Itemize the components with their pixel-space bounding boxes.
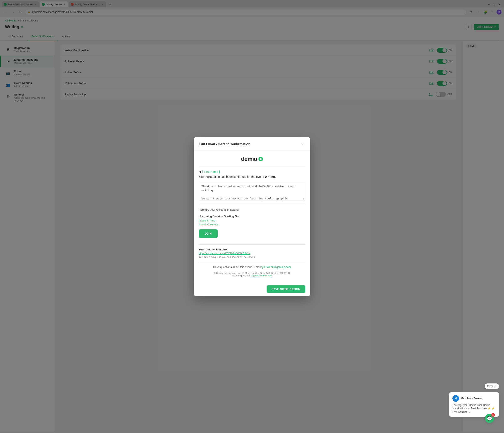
chat-clear-button[interactable]: Clear ✕ bbox=[485, 383, 499, 389]
chat-badge: 1 bbox=[491, 413, 495, 417]
chat-sender: Matt from Demio bbox=[461, 397, 482, 400]
session-title: Upcoming Session Starting On: bbox=[199, 215, 305, 218]
email-questions: Have questions about this event? Email t… bbox=[199, 265, 305, 268]
email-logo-section: demio bbox=[199, 156, 305, 162]
email-confirm-text: Your registration has been confirmed for… bbox=[199, 175, 305, 178]
chat-avatar: M bbox=[452, 395, 459, 402]
join-url[interactable]: https://my.demio.com/ref/CDRskn0rC7c7nMY… bbox=[199, 252, 305, 255]
email-body-textarea[interactable]: Thank you for signing up to attend GetVo… bbox=[199, 182, 305, 201]
email-footer: © Banzai International, Inc. | 101 Yesle… bbox=[199, 272, 305, 277]
registration-details-text: Here are your registration details: bbox=[199, 208, 305, 211]
demio-logo-dot bbox=[259, 157, 263, 161]
modal-header: Edit Email - Instant Confirmation ✕ bbox=[194, 137, 310, 151]
email-divider-join bbox=[199, 244, 305, 245]
unique-link-title: Your Unique Join Link: bbox=[199, 248, 305, 251]
add-to-calendar-link[interactable]: Add to Calendar bbox=[199, 223, 305, 226]
date-time-placeholder[interactable]: [ Date & Time ] bbox=[199, 219, 305, 222]
chat-icon: 💬 bbox=[487, 416, 492, 421]
modal-footer: SAVE NOTIFICATION bbox=[194, 282, 310, 296]
modal-close-button[interactable]: ✕ bbox=[299, 141, 305, 147]
email-greeting: Hi [ First Name ] , bbox=[199, 170, 305, 173]
email-divider-top bbox=[199, 166, 305, 167]
edit-email-modal: Edit Email - Instant Confirmation ✕ demi… bbox=[194, 137, 310, 296]
unique-note: This link is unique to you and should no… bbox=[199, 256, 305, 258]
email-event-name: Writing. bbox=[265, 175, 276, 178]
save-notification-button[interactable]: SAVE NOTIFICATION bbox=[267, 286, 305, 293]
chat-open-button[interactable]: 💬 1 bbox=[485, 414, 494, 423]
copyright-text: © Banzai International, Inc. | 101 Yesle… bbox=[199, 272, 305, 274]
modal-overlay[interactable]: Edit Email - Instant Confirmation ✕ demi… bbox=[0, 0, 504, 432]
support-email[interactable]: support@demio.com bbox=[251, 274, 272, 277]
chat-notification: M Matt from Demio Leverage your Demio Tr… bbox=[449, 392, 499, 417]
chat-message: Leverage your Demio Trial: Demio Introdu… bbox=[452, 404, 496, 414]
demio-logo: demio bbox=[241, 156, 263, 162]
chat-clear-label: Clear bbox=[487, 385, 493, 388]
email-divider-body bbox=[199, 205, 305, 205]
modal-title: Edit Email - Instant Confirmation bbox=[199, 142, 250, 146]
questions-email[interactable]: tyler.webb@getvoip.com bbox=[261, 265, 291, 268]
unique-join-link-section: Your Unique Join Link: https://my.demio.… bbox=[199, 248, 305, 258]
email-divider-footer bbox=[199, 262, 305, 262]
chat-clear-icon: ✕ bbox=[495, 385, 496, 388]
modal-body: demio Hi [ First Name ] , Your registrat… bbox=[194, 151, 310, 282]
email-join-button[interactable]: JOIN bbox=[199, 230, 218, 238]
chat-widget: Clear ✕ M Matt from Demio Leverage your … bbox=[449, 383, 499, 428]
email-firstname: [ First Name ] bbox=[202, 170, 221, 173]
